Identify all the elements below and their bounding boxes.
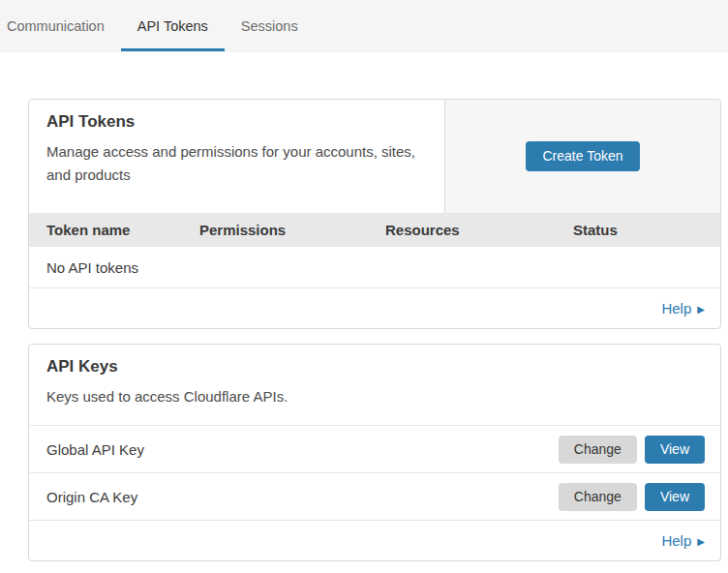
global-api-key-view-button[interactable]: View [645, 436, 705, 464]
global-api-key-label: Global API Key [46, 441, 144, 458]
api-tokens-card: API Tokens Manage access and permissions… [28, 99, 721, 329]
main-content: API Tokens Manage access and permissions… [28, 99, 721, 561]
api-tokens-card-action-panel: Create Token [444, 100, 720, 213]
token-table-empty-message: No API tokens [46, 259, 138, 276]
api-keys-help-row: Help ▶ [29, 521, 720, 560]
api-tokens-help-link[interactable]: Help ▶ [661, 300, 705, 317]
api-keys-help-label: Help [661, 532, 691, 549]
api-keys-card: API Keys Keys used to access Cloudflare … [28, 344, 721, 561]
global-api-key-change-button[interactable]: Change [559, 436, 637, 464]
api-tokens-help-row: Help ▶ [29, 288, 720, 328]
origin-ca-key-actions: Change View [559, 483, 705, 511]
token-table-header: Token name Permissions Resources Status [29, 213, 720, 247]
api-tokens-help-label: Help [661, 300, 691, 317]
token-table-col-resources: Resources [385, 222, 573, 238]
tab-api-tokens[interactable]: API Tokens [121, 0, 225, 51]
arrow-right-icon: ▶ [697, 536, 705, 547]
api-keys-title: API Keys [46, 357, 703, 377]
tab-sessions[interactable]: Sessions [225, 0, 315, 51]
origin-ca-key-row: Origin CA Key Change View [29, 473, 720, 521]
global-api-key-row: Global API Key Change View [29, 426, 720, 473]
global-api-key-actions: Change View [559, 436, 705, 464]
tab-bar: Communication API Tokens Sessions [0, 0, 728, 52]
origin-ca-key-label: Origin CA Key [46, 489, 137, 505]
api-tokens-card-header: API Tokens Manage access and permissions… [29, 100, 720, 213]
api-tokens-title: API Tokens [46, 112, 427, 132]
arrow-right-icon: ▶ [697, 304, 705, 315]
origin-ca-key-change-button[interactable]: Change [559, 483, 637, 511]
token-table-col-token-name: Token name [46, 222, 199, 238]
origin-ca-key-view-button[interactable]: View [645, 483, 705, 511]
api-keys-help-link[interactable]: Help ▶ [661, 532, 705, 549]
create-token-button[interactable]: Create Token [526, 141, 639, 171]
api-keys-description: Keys used to access Cloudflare APIs. [46, 385, 703, 408]
api-tokens-card-header-text: API Tokens Manage access and permissions… [29, 100, 444, 213]
token-table-col-status: Status [573, 222, 720, 238]
token-table-empty-row: No API tokens [29, 247, 720, 288]
api-keys-card-header: API Keys Keys used to access Cloudflare … [29, 345, 720, 426]
token-table-col-permissions: Permissions [199, 222, 385, 238]
tab-communication[interactable]: Communication [0, 0, 121, 51]
api-tokens-description: Manage access and permissions for your a… [46, 140, 427, 187]
